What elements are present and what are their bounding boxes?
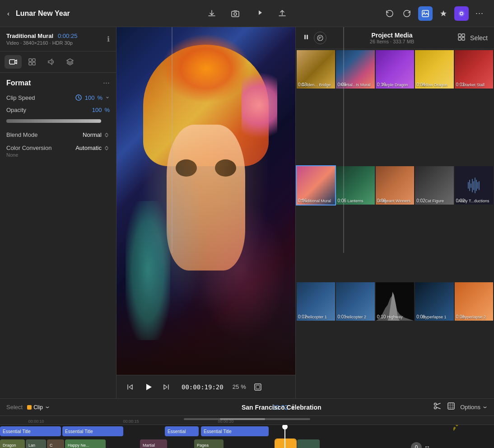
media-thumb-golden-bridge[interactable]: 0:03 Golden... Bridge (297, 50, 335, 89)
media-thumb-purple-dragon[interactable]: 0:10 Purple Dragon (376, 50, 414, 89)
svg-rect-9 (33, 59, 35, 61)
magic-button[interactable] (454, 6, 469, 21)
blend-mode-value: Normal (83, 131, 102, 138)
back-button[interactable]: ‹ Lunar New Year (7, 9, 70, 18)
media-thumb-trad-mural[interactable]: 0:06 Traditional Mural (297, 166, 335, 205)
grid-view-button[interactable] (457, 33, 466, 43)
title-clip-3[interactable]: Essential (165, 426, 199, 436)
select-button[interactable]: Select (470, 34, 488, 42)
blend-mode-row: Blend Mode Normal (6, 131, 110, 138)
thumb-label-hyper1: Hyperlapse 1 (415, 315, 453, 319)
toolbar-right: ··· (382, 6, 487, 21)
title-clip-2[interactable]: Essential Title (62, 426, 123, 436)
favorites-button[interactable] (436, 6, 451, 21)
next-frame-button[interactable] (160, 381, 172, 393)
prev-frame-button[interactable] (124, 381, 136, 393)
svg-rect-24 (448, 403, 454, 409)
timeline-options-button[interactable]: Options (460, 404, 488, 411)
zoom-control[interactable]: 25 % (233, 383, 246, 390)
media-thumb-market-stall[interactable]: 0:02 Market Stall (455, 50, 493, 89)
media-thumb-martial-mural[interactable]: 0:09 Martial...ts Mural (336, 50, 374, 89)
video-clip-lan[interactable]: Lan (26, 439, 46, 448)
media-thumb-lanterns[interactable]: 0:06 Lanterns (336, 166, 374, 205)
title-clip-1[interactable]: Essential Title (0, 426, 61, 436)
media-meta: 26 Items · 333.7 MB (370, 39, 414, 44)
voiceover-button[interactable] (252, 6, 266, 21)
mural-overlay (117, 27, 295, 375)
media-thumb-hyperlapse1[interactable]: 0:01 Hyperlapse 1 (415, 282, 453, 321)
color-conversion-label: Color Conversion (6, 145, 51, 151)
opacity-unit: % (104, 107, 110, 113)
zoom-value: 25 (233, 383, 239, 390)
video-clip-pagea[interactable]: Pagea (194, 439, 224, 448)
format-section: Format ··· Clip Speed 100 % (0, 73, 116, 165)
video-clip-selected[interactable] (275, 439, 296, 448)
tab-layers[interactable] (61, 55, 79, 69)
opacity-slider-track (6, 119, 101, 123)
media-thumb-hyperlapse2[interactable]: 0:01 Hyperlapse 2 (455, 282, 493, 321)
media-thumb-yellow-dragon[interactable]: 0:04 Yellow Dragon (415, 50, 453, 89)
tab-video[interactable] (5, 55, 22, 69)
media-thumb-pageant[interactable]: 0:08 Pageant Winners (376, 166, 414, 205)
blend-mode-selector[interactable]: Normal (83, 131, 110, 138)
video-clip-c[interactable]: C (47, 439, 64, 448)
thumb-label-cat: Cat Figure (415, 199, 453, 203)
media-thumb-andy[interactable]: 0:02 Andy T...ductions (455, 166, 493, 205)
media-pause-button[interactable] (302, 33, 310, 43)
share-button[interactable] (275, 6, 289, 21)
undo-button[interactable] (382, 6, 396, 21)
media-thumb-highway[interactable]: 0:10 Highway (376, 282, 414, 321)
format-more-icon[interactable]: ··· (103, 78, 110, 88)
svg-rect-8 (29, 59, 32, 61)
media-sort-button[interactable] (314, 32, 326, 44)
color-conversion-value: Automatic (75, 145, 102, 151)
video-clip-happy[interactable]: Happy Ne... (65, 439, 106, 448)
clip-info-icon[interactable]: ℹ (107, 35, 110, 43)
opacity-slider[interactable] (6, 117, 101, 125)
timeline-tracks[interactable]: Essential Title Essential Title Essentia… (0, 425, 494, 448)
media-thumb-helicopter1[interactable]: 0:02 Helicopter 1 (297, 282, 335, 321)
color-conversion-arrows (103, 145, 110, 151)
thumb-label-hyper2: Hyperlapse 2 (455, 315, 493, 319)
transfer-arrow[interactable]: ↔ (423, 442, 432, 448)
clip-speed-value-group[interactable]: 100 % (75, 94, 110, 101)
svg-rect-0 (232, 11, 239, 17)
timeline-header-left: Select Clip (6, 404, 50, 411)
format-header: Format ··· (6, 78, 110, 88)
media-thumb-cat-figure[interactable]: 0:02 Cat Figure (415, 166, 453, 205)
svg-rect-15 (304, 35, 306, 39)
redo-button[interactable] (400, 6, 415, 21)
more-button[interactable]: ··· (472, 6, 487, 21)
thumb-label-trad: Traditional Mural (297, 199, 335, 203)
opacity-num: 100 (92, 107, 102, 113)
clip-speed-num: 100 (85, 94, 95, 101)
tab-transform[interactable] (23, 55, 41, 69)
fit-button[interactable] (252, 381, 264, 393)
timeline-ruler: 00:00:10 00:00:15 00:00:20 (0, 416, 494, 425)
svg-rect-16 (307, 35, 308, 39)
scroll-indicator[interactable] (184, 418, 310, 420)
color-conversion-selector[interactable]: Automatic (75, 145, 110, 151)
ruler-mark-10: 00:00:10 (36, 416, 52, 425)
timeline-select-label: Select (6, 404, 23, 411)
camera-button[interactable] (228, 6, 242, 21)
play-button[interactable] (142, 381, 154, 393)
video-clip-martial[interactable]: Martial (140, 439, 167, 448)
panel-tabs (0, 51, 116, 73)
import-button[interactable] (205, 6, 219, 21)
color-conversion-sub: None (6, 152, 51, 158)
photos-button[interactable] (418, 6, 433, 21)
video-clip-after[interactable] (297, 439, 320, 448)
media-thumb-helicopter2[interactable]: 0:01 Helicopter 2 (336, 282, 374, 321)
media-grid: 0:03 Golden... Bridge 0:09 Martial...ts … (296, 49, 494, 398)
timeline-grid-tool[interactable] (447, 401, 456, 413)
tab-audio[interactable] (42, 55, 60, 69)
video-clip-dragon[interactable]: Dragon (0, 439, 25, 448)
timecode-display: 00:00:19:20 (182, 383, 224, 391)
options-arrow (482, 405, 488, 410)
inspector-panel: Traditional Mural 0:00:25 Video · 3840×2… (0, 27, 117, 398)
timeline-options-label: Options (460, 404, 480, 411)
project-title: Lunar New Year (16, 9, 70, 18)
title-clip-4[interactable]: Essential Title (201, 426, 269, 436)
timeline-cut-tool[interactable] (433, 401, 442, 413)
